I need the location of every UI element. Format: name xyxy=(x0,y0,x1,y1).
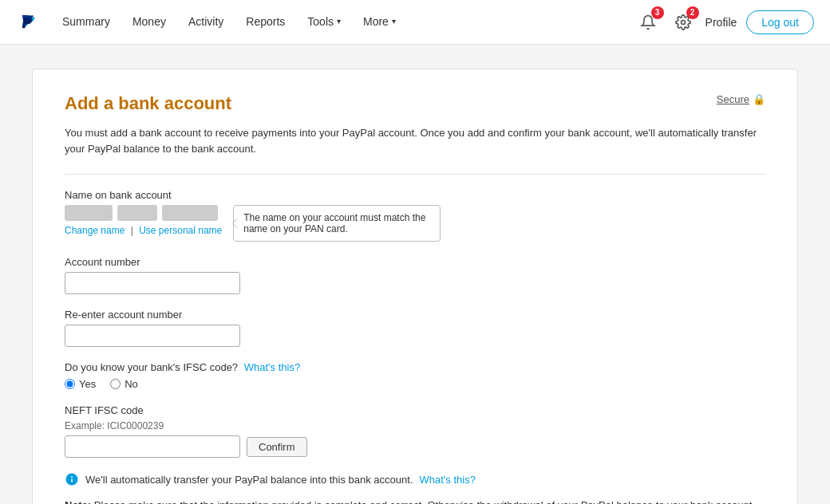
nav-more[interactable]: More ▾ xyxy=(354,0,405,45)
main-container: Secure 🔒 Add a bank account You must add… xyxy=(16,69,814,504)
nav-activity[interactable]: Activity xyxy=(179,0,233,45)
nav-summary[interactable]: Summary xyxy=(53,0,120,45)
name-col: Change name | Use personal name xyxy=(65,205,222,236)
note-bold: Note: xyxy=(65,499,91,504)
more-chevron-icon: ▾ xyxy=(392,17,396,26)
radio-no-text: No xyxy=(125,378,138,390)
nav-money[interactable]: Money xyxy=(123,0,176,45)
name-section: Name on bank account Change name | Use p… xyxy=(65,189,765,242)
page-title: Add a bank account xyxy=(65,93,765,114)
ifsc-input[interactable] xyxy=(65,435,240,458)
navbar: Summary Money Activity Reports Tools ▾ M… xyxy=(0,0,830,45)
note-text: Please make sure that the information pr… xyxy=(65,499,752,504)
re-enter-input[interactable] xyxy=(65,325,240,347)
account-number-label: Account number xyxy=(65,256,765,268)
re-enter-label: Re-enter account number xyxy=(65,309,765,321)
notifications-button[interactable]: 3 xyxy=(635,10,661,35)
notifications-badge: 3 xyxy=(651,6,664,19)
account-number-input[interactable] xyxy=(65,272,240,294)
radio-yes[interactable] xyxy=(65,379,75,389)
radio-no-label[interactable]: No xyxy=(110,378,138,390)
name-blob-2 xyxy=(117,205,157,221)
radio-no[interactable] xyxy=(110,379,121,389)
nav-reports[interactable]: Reports xyxy=(236,0,294,45)
navbar-right: 3 2 Profile Log out xyxy=(635,10,814,35)
name-label: Name on bank account xyxy=(65,189,765,201)
change-name-link[interactable]: Change name xyxy=(65,225,125,236)
paypal-logo[interactable] xyxy=(16,10,53,34)
profile-link[interactable]: Profile xyxy=(706,16,737,29)
settings-badge: 2 xyxy=(686,6,699,19)
neft-section: NEFT IFSC code Example: ICIC0000239 Conf… xyxy=(65,404,765,458)
svg-point-0 xyxy=(681,20,685,24)
name-blob-3 xyxy=(162,205,218,221)
tools-chevron-icon: ▾ xyxy=(337,17,341,26)
settings-button[interactable]: 2 xyxy=(670,10,696,35)
account-number-section: Account number xyxy=(65,256,765,294)
note-box: Note: Please make sure that the informat… xyxy=(65,498,765,504)
name-links: Change name | Use personal name xyxy=(65,225,222,236)
ifsc-question-text: Do you know your bank's IFSC code? xyxy=(65,361,238,373)
lock-icon: 🔒 xyxy=(753,93,765,105)
use-personal-name-link[interactable]: Use personal name xyxy=(139,225,222,236)
ifsc-example: Example: ICIC0000239 xyxy=(65,420,765,431)
info-icon xyxy=(65,472,79,486)
nav-tools[interactable]: Tools ▾ xyxy=(298,0,350,45)
secure-link[interactable]: Secure xyxy=(717,93,749,105)
radio-yes-label[interactable]: Yes xyxy=(65,378,96,390)
name-tooltip: The name on your account must match the … xyxy=(233,205,441,242)
nav-links: Summary Money Activity Reports Tools ▾ M… xyxy=(53,0,635,45)
logout-button[interactable]: Log out xyxy=(746,10,814,34)
ifsc-whats-this-link[interactable]: What's this? xyxy=(244,361,300,373)
auto-transfer-row: We'll automatically transfer your PayPal… xyxy=(65,472,765,486)
ifsc-question-section: Do you know your bank's IFSC code? What'… xyxy=(65,361,765,390)
neft-label: NEFT IFSC code xyxy=(65,404,765,416)
name-display xyxy=(65,205,222,221)
radio-group: Yes No xyxy=(65,378,765,390)
page-description: You must add a bank account to receive p… xyxy=(65,125,765,156)
auto-transfer-text: We'll automatically transfer your PayPal… xyxy=(85,474,413,486)
ifsc-row: Confirm xyxy=(65,435,765,458)
re-enter-section: Re-enter account number xyxy=(65,309,765,347)
link-separator: | xyxy=(131,225,136,236)
confirm-button[interactable]: Confirm xyxy=(247,437,307,457)
add-bank-card: Secure 🔒 Add a bank account You must add… xyxy=(32,69,798,504)
secure-badge: Secure 🔒 xyxy=(717,93,765,105)
name-blob-1 xyxy=(65,205,113,221)
name-tooltip-row: Change name | Use personal name The name… xyxy=(65,205,765,242)
auto-transfer-whats-this-link[interactable]: What's this? xyxy=(420,474,476,486)
svg-point-3 xyxy=(71,476,73,478)
svg-rect-2 xyxy=(71,478,73,482)
radio-yes-text: Yes xyxy=(79,378,96,390)
